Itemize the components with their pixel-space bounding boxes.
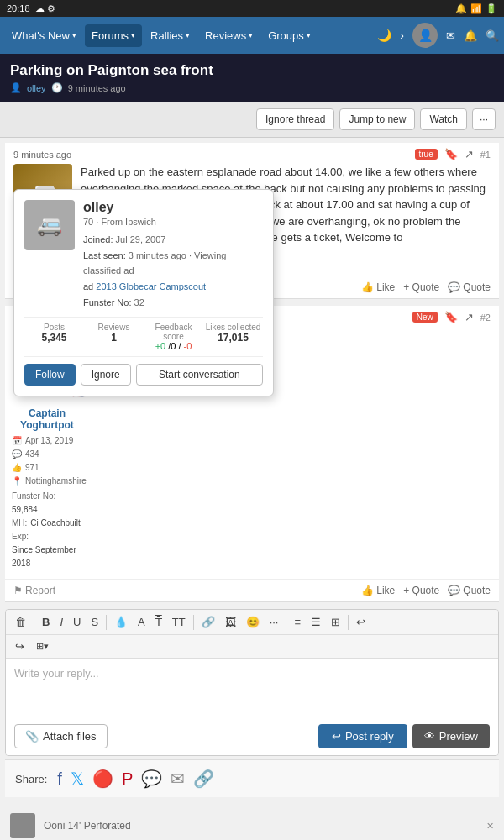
battery-icon: 🔋 (486, 3, 497, 14)
email-share-icon[interactable]: ✉ (171, 769, 185, 789)
toolbar-text-btn[interactable]: TT (168, 613, 190, 631)
bookmark-icon-2[interactable]: 🔖 (444, 311, 458, 323)
share-icons: f 𝕏 🔴 P 💬 ✉ 🔗 (57, 769, 214, 789)
follow-button[interactable]: Follow (24, 364, 76, 386)
post-reply-button[interactable]: ↩ Post reply (318, 724, 407, 748)
toolbar-bold-btn[interactable]: B (38, 613, 54, 631)
toolbar-emoji-btn[interactable]: 😊 (242, 613, 264, 631)
share-bar: Share: f 𝕏 🔴 P 💬 ✉ 🔗 (5, 759, 499, 797)
post-2-num: #2 (480, 312, 491, 323)
editor-textarea[interactable]: Write your reply... (6, 659, 498, 717)
chevron-down-icon: ▾ (249, 31, 253, 39)
pinterest-share-icon[interactable]: P (122, 769, 133, 789)
toolbar-font-color-btn[interactable]: A (134, 613, 150, 631)
jump-to-new-button[interactable]: Jump to new (339, 108, 415, 130)
toolbar-sep-3 (193, 615, 194, 630)
preview-button[interactable]: 👁 Preview (412, 724, 490, 748)
toolbar-strikethrough-btn[interactable]: S (87, 613, 102, 631)
toolbar-undo-btn[interactable]: ↩ (352, 613, 370, 631)
messages-icon[interactable]: ✉ (446, 29, 455, 42)
ad-close-button[interactable]: ✕ (486, 821, 494, 832)
toolbar-sep-4 (286, 615, 286, 630)
flag-report-icon: ⚑ (13, 585, 23, 596)
search-icon[interactable]: 🔍 (486, 29, 499, 42)
ignore-button[interactable]: Ignore (81, 364, 131, 386)
whatsapp-share-icon[interactable]: 💬 (141, 769, 162, 789)
toolbar-align-btn[interactable]: ≡ (290, 613, 305, 631)
time: 20:18 (7, 3, 30, 13)
page-author[interactable]: olley (27, 83, 46, 93)
chevron-down-icon: ▾ (307, 31, 311, 39)
paperclip-icon: 📎 (25, 730, 39, 743)
like-button-1[interactable]: 👍 Like (361, 281, 395, 293)
action-bar: Ignore thread Jump to new Watch ··· (0, 102, 504, 138)
page-meta: 👤 olley 🕐 9 minutes ago (10, 82, 494, 93)
quote-button-1[interactable]: 💬 Quote (448, 281, 491, 293)
toolbar-link-btn[interactable]: 🔗 (197, 613, 219, 631)
toolbar-table-btn[interactable]: ⊞ (327, 613, 344, 631)
post-2-actions: ⚑ Report 👍 Like + Quote 💬 Quote (5, 579, 499, 601)
toolbar-list-btn[interactable]: ☰ (307, 613, 325, 631)
twitter-share-icon[interactable]: 𝕏 (71, 769, 84, 789)
link-share-icon[interactable]: 🔗 (193, 769, 214, 789)
user-avatar[interactable]: 👤 (412, 23, 438, 48)
plus-quote-button-2[interactable]: + Quote (403, 585, 439, 596)
more-options-button[interactable]: ··· (472, 108, 496, 130)
notifications-icon[interactable]: 🔔 (464, 29, 477, 42)
watch-button[interactable]: Watch (420, 108, 467, 130)
reddit-share-icon[interactable]: 🔴 (92, 769, 113, 789)
status-icons: ☁ ⚙ (35, 3, 55, 14)
nav-rallies[interactable]: Rallies ▾ (144, 24, 197, 47)
theme-toggle-icon[interactable]: 🌙 (377, 29, 391, 42)
reply-buttons: ↩ Post reply 👁 Preview (318, 724, 490, 748)
toolbar-image-btn[interactable]: 🖼 (221, 613, 240, 631)
nav-icons: 🌙 › 👤 ✉ 🔔 🔍 (377, 23, 499, 48)
toolbar-color-btn[interactable]: 💧 (110, 613, 132, 631)
ad-image (10, 813, 35, 838)
editor-toolbar-row2: ↪ ⊞▾ (6, 635, 498, 659)
user-card-avatar[interactable]: 🚐 (24, 200, 75, 250)
share-icon[interactable]: ↗ (465, 148, 474, 160)
toolbar-sep-5 (348, 615, 349, 630)
location-icon: 📍 (12, 475, 22, 488)
start-conversation-button[interactable]: Start conversation (136, 364, 263, 386)
share-icon-2[interactable]: ↗ (465, 311, 474, 323)
post-2-username[interactable]: Captain Yoghurtpot (12, 407, 82, 431)
nav-whats-new[interactable]: What's New ▾ (5, 24, 83, 47)
toolbar-italic-btn[interactable]: I (55, 613, 67, 631)
post-1-header: 9 minutes ago true 🔖 ↗ #1 (5, 143, 499, 164)
toolbar-sep-1 (34, 615, 34, 630)
toolbar-redo-btn[interactable]: ↪ (11, 638, 29, 655)
toolbar-source-btn[interactable]: ⊞▾ (32, 638, 53, 654)
attach-files-button[interactable]: 📎 Attach files (14, 724, 108, 748)
toolbar-underline-btn[interactable]: U (69, 613, 85, 631)
toolbar-sep-2 (106, 615, 107, 630)
new-badge-2: New (412, 312, 438, 323)
nav-groups[interactable]: Groups ▾ (261, 24, 318, 47)
editor-placeholder: Write your reply... (14, 667, 99, 680)
quote-button-2[interactable]: 💬 Quote (448, 585, 491, 596)
user-card-name: olley (83, 200, 263, 215)
main-content: 9 minutes ago true 🔖 ↗ #1 🚐 🇬🇧 Parked up… (0, 138, 504, 802)
toolbar-more-btn[interactable]: ··· (265, 613, 283, 631)
nav-reviews[interactable]: Reviews ▾ (198, 24, 260, 47)
user-card-info: olley 70 · From Ipswich Joined: Jul 29, … (83, 200, 263, 310)
share-label: Share: (15, 773, 47, 785)
user-icon: 👤 (10, 82, 22, 93)
post-1-time: 9 minutes ago (13, 150, 71, 160)
like-icon-2: 👍 (361, 585, 374, 596)
page-title-bar: Parking on Paignton sea front 👤 olley 🕐 … (0, 54, 504, 102)
like-button-2[interactable]: 👍 Like (361, 585, 395, 596)
chevron-right-icon[interactable]: › (400, 29, 404, 42)
ignore-thread-button[interactable]: Ignore thread (256, 108, 334, 130)
toolbar-remove-btn[interactable]: 🗑 (11, 613, 30, 631)
post-2-right-actions: 👍 Like + Quote 💬 Quote (361, 585, 491, 596)
plus-quote-button-1[interactable]: + Quote (403, 281, 439, 293)
report-button[interactable]: ⚑ Report (13, 585, 55, 596)
nav-forums[interactable]: Forums ▾ (85, 24, 142, 47)
facebook-share-icon[interactable]: f (57, 769, 62, 789)
toolbar-font-size-btn[interactable]: T̄ (151, 613, 166, 631)
bookmark-icon[interactable]: 🔖 (444, 148, 458, 160)
stat-feedback: Feedback score +0 /0 / -0 (144, 323, 203, 351)
user-card-stats: Posts 5,345 Reviews 1 Feedback score +0 … (24, 317, 263, 357)
